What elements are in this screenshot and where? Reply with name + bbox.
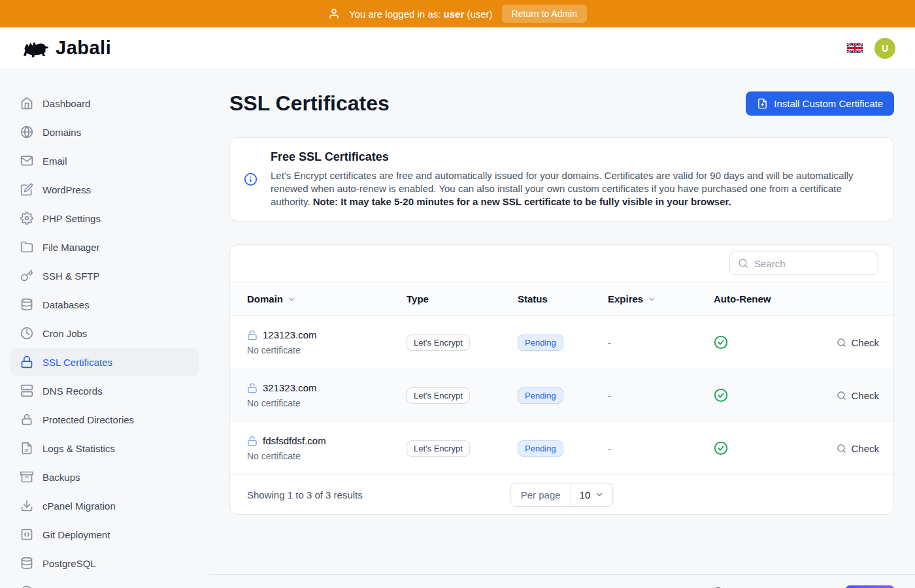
login-username: user — [444, 8, 465, 20]
sidebar-label: Email — [42, 155, 67, 167]
check-label: Check — [851, 443, 879, 454]
sidebar-item-databases[interactable]: Databases — [10, 290, 199, 319]
sidebar-item-cpanel-migration[interactable]: cPanel Migration — [10, 491, 199, 520]
status-badge: Pending — [518, 440, 563, 457]
column-header-status: Status — [518, 293, 608, 304]
column-header-type: Type — [407, 293, 518, 304]
clock-icon — [20, 327, 33, 340]
per-page-label: Per page — [511, 483, 571, 506]
sidebar-item-backups[interactable]: Backups — [10, 463, 199, 491]
mail-icon — [20, 154, 33, 167]
sidebar-label: Databases — [42, 299, 90, 310]
home-icon — [20, 97, 33, 110]
sidebar-label: Logs & Statistics — [42, 443, 115, 454]
sidebar-item-php-settings[interactable]: PHP Settings — [10, 204, 199, 233]
check-label: Check — [851, 337, 879, 348]
sidebar-item-ssh-sftp[interactable]: SSH & SFTP — [10, 261, 199, 290]
domain-cell: 321323.com No certificate — [247, 382, 407, 408]
archive-icon — [20, 470, 33, 483]
login-message: You are logged in as: user (user) — [349, 8, 493, 20]
column-header-auto-renew: Auto-Renew — [714, 293, 805, 304]
sidebar-label: Backups — [42, 472, 80, 483]
sidebar-item-email[interactable]: Email — [10, 146, 199, 175]
server-icon — [20, 384, 33, 397]
expires-value: - — [608, 390, 714, 401]
code-icon — [20, 528, 33, 541]
folder-icon — [20, 240, 33, 253]
table-row: 321323.com No certificate Let's Encrypt … — [230, 369, 893, 422]
language-flag-icon[interactable] — [847, 42, 863, 54]
domain-cell: 123123.com No certificate — [247, 329, 407, 355]
sidebar-item-dns-records[interactable]: DNS Records — [10, 376, 199, 405]
column-header-domain[interactable]: Domain — [247, 293, 407, 304]
sidebar-item-domains[interactable]: Domains — [10, 118, 199, 146]
check-button[interactable]: Check — [837, 390, 879, 401]
sidebar-label: File Manager — [42, 242, 100, 253]
check-button[interactable]: Check — [837, 337, 879, 348]
per-page-value: 10 — [580, 489, 591, 500]
unlock-icon — [247, 436, 258, 446]
user-avatar[interactable]: U — [874, 38, 895, 59]
search-input[interactable] — [754, 258, 884, 269]
domain-name: 123123.com — [263, 329, 317, 340]
version-badge: v0.9-rc42 — [846, 585, 894, 588]
certificate-subtitle: No certificate — [247, 345, 407, 355]
table-row: 123123.com No certificate Let's Encrypt … — [230, 316, 893, 369]
install-custom-certificate-button[interactable]: Install Custom Certificate — [746, 91, 894, 116]
unlock-icon — [247, 330, 258, 340]
sidebar-item-file-manager[interactable]: File Manager — [10, 233, 199, 261]
type-badge: Let's Encrypt — [407, 387, 470, 404]
certificate-subtitle: No certificate — [247, 451, 407, 461]
info-box-title: Free SSL Certificates — [271, 150, 878, 164]
sidebar-label: Domains — [42, 127, 81, 138]
sidebar-label: Protected Directories — [42, 414, 134, 425]
gear-icon — [20, 212, 33, 225]
sidebar-item-logs-statistics[interactable]: Logs & Statistics — [10, 434, 199, 463]
check-circle-icon — [714, 388, 728, 402]
sidebar-item-ssl-certificates[interactable]: SSL Certificates — [10, 348, 199, 376]
per-page-select[interactable]: 10 — [571, 483, 613, 506]
return-to-admin-button[interactable]: Return to Admin — [502, 5, 587, 23]
chevron-down-icon — [647, 295, 656, 304]
padlock-icon — [20, 413, 33, 426]
install-button-label: Install Custom Certificate — [774, 98, 883, 109]
sidebar-label: cPanel Migration — [42, 500, 116, 512]
sidebar-item-dashboard[interactable]: Dashboard — [10, 89, 199, 118]
search-box[interactable] — [729, 252, 878, 275]
domain-name: 321323.com — [263, 382, 317, 393]
sidebar-item-cron-jobs[interactable]: Cron Jobs — [10, 319, 199, 348]
type-badge: Let's Encrypt — [407, 440, 470, 457]
brand-logo[interactable]: Jabali — [20, 37, 111, 59]
search-icon — [837, 338, 846, 348]
chevron-down-icon — [595, 490, 604, 499]
certificates-table-card: Domain Type Status Expires Auto-Renew 12… — [229, 244, 894, 515]
login-role: (user) — [467, 8, 492, 20]
search-icon — [837, 391, 846, 400]
column-header-expires[interactable]: Expires — [608, 293, 714, 304]
sidebar-item-partial[interactable] — [10, 578, 199, 588]
edit-icon — [20, 183, 33, 196]
download-icon — [20, 499, 33, 512]
sidebar-label: SSH & SFTP — [42, 270, 100, 282]
check-button[interactable]: Check — [837, 443, 879, 454]
sidebar-item-wordpress[interactable]: WordPress — [10, 175, 199, 204]
expires-value: - — [608, 443, 714, 454]
sidebar-item-git-deployment[interactable]: Git Deployment — [10, 520, 199, 549]
free-ssl-info-box: Free SSL Certificates Let's Encrypt cert… — [229, 137, 894, 221]
info-icon — [230, 172, 271, 186]
sidebar-item-postgresql[interactable]: PostgreSQL — [10, 549, 199, 578]
search-icon — [837, 444, 846, 453]
sidebar-label: WordPress — [42, 184, 91, 195]
check-circle-icon — [714, 441, 728, 455]
info-box-body: Let's Encrypt certificates are free and … — [271, 169, 878, 208]
domain-cell: fdsfsdfdsf.com No certificate — [247, 435, 407, 461]
sidebar-label: SSL Certificates — [42, 357, 112, 368]
app-header: Jabali U — [0, 27, 915, 69]
circle-icon — [20, 585, 33, 588]
sidebar-label: Git Deployment — [42, 529, 110, 540]
sidebar-label: DNS Records — [42, 385, 103, 397]
search-icon — [738, 258, 748, 269]
sidebar-item-protected-directories[interactable]: Protected Directories — [10, 405, 199, 434]
sidebar: Dashboard Domains Email WordPress PHP Se… — [0, 69, 209, 588]
check-circle-icon — [714, 335, 728, 350]
